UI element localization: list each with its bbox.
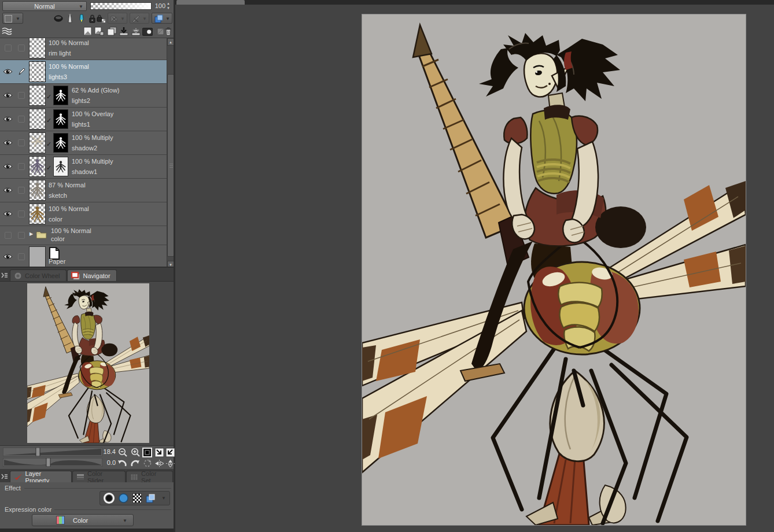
new-vector-layer-icon[interactable]	[94, 26, 104, 36]
layer-row-shadow1[interactable]: ✓ 100 % Multiply shadow1	[0, 155, 167, 179]
layer-mask-thumbnail[interactable]	[53, 109, 68, 129]
layer-thumbnail[interactable]	[29, 109, 46, 130]
merge-down-icon[interactable]	[131, 26, 141, 36]
rotation-slider[interactable]	[3, 458, 102, 467]
opacity-slider[interactable]	[90, 2, 152, 10]
rotate-left-icon[interactable]	[117, 458, 128, 468]
scroll-up-icon[interactable]: ▲	[167, 38, 174, 46]
panel-menu-icon[interactable]	[1, 271, 9, 280]
new-raster-layer-icon[interactable]	[82, 26, 93, 36]
visibility-checkbox-icon[interactable]	[5, 45, 12, 51]
mask-visibility-icon[interactable]	[53, 13, 64, 24]
layer-row-sketch[interactable]: 87 % Normal sketch	[0, 179, 167, 202]
layer-row-lights1[interactable]: ✓ 100 % Overlay lights1	[0, 108, 167, 131]
layer-row-lights2[interactable]: ✓ 62 % Add (Glow) lights2	[0, 84, 167, 108]
border-effect-icon[interactable]	[104, 493, 115, 504]
lock-checkbox-icon[interactable]	[18, 253, 25, 260]
canvas-artwork[interactable]	[362, 14, 746, 525]
lock-checkbox-icon[interactable]	[18, 116, 25, 123]
eye-icon[interactable]	[3, 92, 13, 99]
tab-color-set[interactable]: Color Set	[126, 471, 173, 482]
canvas-document[interactable]	[362, 14, 746, 525]
layer-mask-thumbnail[interactable]	[53, 86, 68, 105]
tab-color-wheel[interactable]: Color Wheel	[10, 269, 67, 281]
tone-effect-icon[interactable]	[132, 493, 142, 503]
tab-navigator[interactable]: Navigator	[67, 269, 117, 281]
lock-checkbox-icon[interactable]	[18, 139, 25, 146]
reference-layer-button[interactable]: ▼	[152, 13, 172, 24]
duplicate-layer-icon[interactable]	[106, 26, 117, 36]
navigator-icon	[71, 272, 80, 280]
watercolor-edge-icon[interactable]	[118, 493, 129, 504]
layer-thumbnail[interactable]	[29, 204, 46, 224]
zoom-slider[interactable]	[3, 448, 102, 456]
zoom-out-icon[interactable]	[117, 447, 128, 457]
layer-thumbnail[interactable]	[29, 132, 46, 153]
layer-thumbnail[interactable]	[29, 85, 46, 106]
lock-checkbox-icon[interactable]	[18, 210, 25, 217]
folder-expand-icon[interactable]: ▶	[30, 231, 33, 237]
navigator-preview[interactable]	[27, 283, 149, 443]
delete-layer-icon[interactable]	[163, 26, 174, 36]
canvas-area[interactable]	[175, 0, 774, 532]
layer-row-shadow2[interactable]: ✓ 100 % Multiply shadow2	[0, 131, 167, 155]
layer-row-color-folder[interactable]: ▶ 100 % Normal color	[0, 226, 167, 245]
layer-row-lights3[interactable]: 100 % Normal lights3	[0, 60, 167, 84]
layer-thumbnail[interactable]	[29, 180, 46, 201]
fit-to-window-icon[interactable]	[165, 447, 176, 457]
eye-icon[interactable]	[3, 116, 13, 123]
eye-icon[interactable]	[3, 139, 13, 146]
scroll-down-icon[interactable]: ▼	[167, 261, 174, 268]
layer-row-rim-light[interactable]: 100 % Normal rim light	[0, 38, 167, 60]
tab-color-slider[interactable]: Color Slider	[72, 471, 126, 482]
visibility-checkbox-icon[interactable]	[5, 232, 12, 239]
layer-mask-thumbnail[interactable]	[53, 157, 68, 176]
blend-mode-dropdown[interactable]: Normal ▼	[2, 1, 87, 11]
eye-icon[interactable]	[3, 210, 13, 217]
layer-row-paper[interactable]: Paper	[0, 245, 167, 268]
lock-checkbox-icon[interactable]	[18, 187, 25, 194]
lock-checkbox-icon[interactable]	[18, 163, 25, 170]
layer-thumbnail[interactable]	[29, 61, 46, 82]
layer-color-effect-icon[interactable]	[145, 493, 156, 504]
layers-scrollbar[interactable]: ▲ ▼	[167, 38, 174, 268]
opacity-spinner-up[interactable]: ▲	[167, 1, 170, 6]
set-as-draft-button-disabled[interactable]: ▼	[108, 13, 127, 24]
transfer-down-icon[interactable]	[119, 26, 129, 36]
pen-icon[interactable]	[76, 13, 87, 24]
flip-vertical-icon[interactable]	[165, 458, 176, 468]
eye-icon[interactable]	[3, 163, 13, 170]
eye-icon[interactable]	[3, 253, 13, 260]
zoom-100-icon[interactable]	[142, 447, 153, 457]
layer-color-swatch-button[interactable]: ▼	[2, 13, 23, 24]
layer-row-color[interactable]: 100 % Normal color	[0, 202, 167, 226]
lock-checkbox-icon[interactable]	[18, 45, 25, 51]
layer-thumbnail[interactable]	[29, 156, 46, 177]
lock-transparent-pixels-icon[interactable]	[96, 13, 106, 24]
lock-checkbox-icon[interactable]	[18, 92, 25, 99]
ruler-button-disabled[interactable]: ▼	[130, 13, 149, 24]
chevron-down-icon[interactable]: ▼	[161, 496, 166, 501]
reset-rotation-icon[interactable]	[142, 458, 153, 468]
scrollbar-thumb[interactable]	[167, 74, 174, 257]
layer-thumbnail[interactable]	[29, 246, 46, 267]
zoom-in-icon[interactable]	[130, 447, 141, 457]
create-layer-mask-icon[interactable]	[142, 27, 153, 37]
color-slider-icon	[76, 474, 84, 481]
layer-thumbnail[interactable]	[29, 38, 46, 58]
rotate-right-icon[interactable]	[130, 458, 141, 468]
layer-search-icon[interactable]	[2, 26, 12, 36]
tab-layer-property[interactable]: Layer Property	[10, 471, 72, 482]
eye-icon[interactable]	[3, 68, 13, 75]
editing-pen-icon	[18, 68, 25, 76]
expression-color-dropdown[interactable]: Color ▼	[32, 514, 134, 526]
flip-horizontal-icon[interactable]	[154, 458, 165, 468]
panel-menu-icon[interactable]	[1, 472, 9, 481]
airbrush-icon[interactable]	[65, 13, 75, 24]
eye-icon[interactable]	[3, 187, 13, 194]
lock-checkbox-icon[interactable]	[18, 232, 25, 239]
fit-to-screen-icon[interactable]	[154, 447, 165, 457]
opacity-spinner-down[interactable]: ▼	[167, 6, 170, 10]
layer-mask-thumbnail[interactable]	[53, 133, 68, 153]
document-tab[interactable]	[176, 0, 245, 5]
